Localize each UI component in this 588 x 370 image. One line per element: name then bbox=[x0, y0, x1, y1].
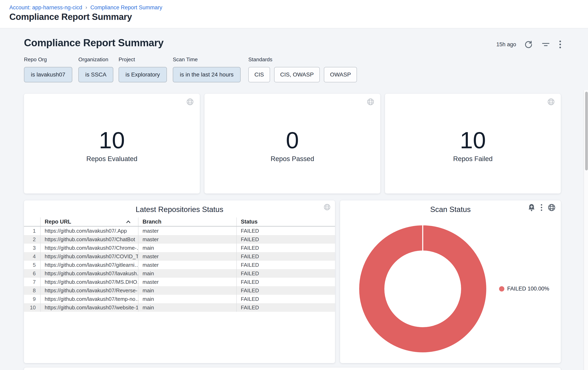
branch-cell: master bbox=[138, 252, 236, 261]
row-number: 7 bbox=[24, 278, 40, 286]
table-row: 5 https://github.com/lavakush07/gitlearn… bbox=[24, 261, 335, 269]
scan-card-toolbar bbox=[528, 204, 556, 211]
chart-legend[interactable]: FAILED 100.00% bbox=[499, 286, 549, 292]
scan-status-donut-chart[interactable] bbox=[359, 225, 486, 352]
status-cell: FAILED bbox=[236, 252, 335, 261]
globe-icon[interactable] bbox=[186, 98, 194, 105]
row-number: 10 bbox=[24, 303, 40, 312]
chip-organization[interactable]: is SSCA bbox=[78, 67, 113, 82]
row-number: 1 bbox=[24, 227, 40, 235]
filter-label-scan-time: Scan Time bbox=[173, 56, 198, 63]
stat-card-repos-failed: 10 Repos Failed bbox=[385, 94, 561, 193]
branch-cell: master bbox=[138, 278, 236, 286]
kebab-menu-icon[interactable] bbox=[559, 40, 562, 49]
filter-label-repo-org: Repo Org bbox=[24, 56, 47, 63]
breadcrumb-current-link[interactable]: Compliance Report Summary bbox=[90, 4, 162, 11]
row-number: 8 bbox=[24, 286, 40, 295]
branch-cell: main bbox=[138, 269, 236, 278]
branch-cell: master bbox=[138, 235, 236, 244]
chip-standard-owasp[interactable]: OWASP bbox=[324, 67, 357, 82]
last-refreshed-label: 15h ago bbox=[496, 41, 516, 48]
table-row: 2 https://github.com/lavakush07/ChatBot … bbox=[24, 235, 335, 244]
filter-label-project: Project bbox=[119, 56, 135, 63]
repo-url-cell: https://github.com/lavakush07/.App bbox=[40, 227, 138, 235]
branch-cell: main bbox=[138, 286, 236, 295]
status-cell: FAILED bbox=[236, 286, 335, 295]
next-card-partial bbox=[24, 368, 561, 370]
stat-card-repos-passed: 0 Repos Passed bbox=[204, 94, 380, 193]
branch-cell: main bbox=[138, 244, 236, 252]
repo-url-cell: https://github.com/lavakush07/gitlearni… bbox=[40, 261, 138, 269]
top-header-bar: Account: app-harness-ng-cicd › Complianc… bbox=[0, 0, 588, 28]
repo-url-cell: https://github.com/lavakush07/Reverse-… bbox=[40, 286, 138, 295]
table-row: 4 https://github.com/lavakush07/COVID_T…… bbox=[24, 252, 335, 261]
table-row: 1 https://github.com/lavakush07/.App mas… bbox=[24, 227, 335, 235]
branch-cell: master bbox=[138, 261, 236, 269]
table-row: 10 https://github.com/lavakush07/website… bbox=[24, 303, 335, 312]
column-header-branch[interactable]: Branch bbox=[138, 218, 236, 226]
sort-asc-icon bbox=[126, 220, 131, 223]
kebab-menu-icon[interactable] bbox=[540, 204, 543, 211]
globe-icon[interactable] bbox=[367, 98, 374, 105]
chip-project[interactable]: is Exploratory bbox=[119, 67, 167, 82]
dashboard-title: Compliance Report Summary bbox=[24, 37, 164, 49]
chip-scan-time[interactable]: is in the last 24 hours bbox=[173, 67, 241, 82]
legend-label-failed: FAILED 100.00% bbox=[507, 286, 549, 292]
filter-label-standards: Standards bbox=[248, 56, 273, 63]
dashboard-toolbar: 15h ago bbox=[496, 40, 562, 49]
page-title: Compliance Report Summary bbox=[9, 12, 132, 22]
status-cell: FAILED bbox=[236, 303, 335, 312]
chip-repo-org[interactable]: is lavakush07 bbox=[24, 67, 72, 82]
status-cell: FAILED bbox=[236, 278, 335, 286]
scan-status-card: Scan Status bbox=[340, 200, 561, 363]
globe-icon[interactable] bbox=[548, 204, 556, 211]
status-cell: FAILED bbox=[236, 295, 335, 303]
filter-chips: is SSCA bbox=[78, 67, 113, 82]
filter-chips: CIS CIS, OWASP OWASP bbox=[248, 67, 357, 82]
status-cell: FAILED bbox=[236, 269, 335, 278]
refresh-icon[interactable] bbox=[524, 40, 533, 49]
stat-card-repos-evaluated: 10 Repos Evaluated bbox=[24, 94, 200, 193]
stat-label: Repos Evaluated bbox=[24, 155, 200, 163]
repo-url-cell: https://github.com/lavakush07/lavakush… bbox=[40, 269, 138, 278]
row-number: 6 bbox=[24, 269, 40, 278]
column-header-repo-url[interactable]: Repo URL bbox=[40, 218, 138, 226]
breadcrumb-account-link[interactable]: Account: app-harness-ng-cicd bbox=[9, 4, 82, 11]
table-header-row: Repo URL Branch Status bbox=[24, 218, 335, 227]
latest-repositories-card: Latest Repositories Status Repo URL Bran… bbox=[24, 200, 335, 363]
legend-dot-failed bbox=[499, 286, 504, 291]
stat-value: 10 bbox=[385, 126, 561, 154]
row-number: 2 bbox=[24, 235, 40, 244]
row-number: 4 bbox=[24, 252, 40, 261]
chip-standard-cis[interactable]: CIS bbox=[248, 67, 270, 82]
branch-cell: master bbox=[138, 227, 236, 235]
alert-bell-icon[interactable] bbox=[528, 204, 535, 211]
stat-value: 10 bbox=[24, 126, 200, 154]
filter-chips: is lavakush07 bbox=[24, 67, 72, 82]
filter-label-organization: Organization bbox=[78, 56, 108, 63]
row-number: 9 bbox=[24, 295, 40, 303]
column-header-status[interactable]: Status bbox=[236, 218, 335, 226]
breadcrumb-chevron-icon: › bbox=[85, 4, 87, 10]
repo-url-cell: https://github.com/lavakush07/website-1 bbox=[40, 303, 138, 312]
globe-icon[interactable] bbox=[547, 98, 555, 105]
scrollbar-thumb[interactable] bbox=[585, 92, 588, 170]
stat-value: 0 bbox=[204, 126, 380, 154]
status-cell: FAILED bbox=[236, 227, 335, 235]
chip-standard-cis-owasp[interactable]: CIS, OWASP bbox=[274, 67, 320, 82]
table-row: 8 https://github.com/lavakush07/Reverse-… bbox=[24, 286, 335, 295]
branch-cell: main bbox=[138, 303, 236, 312]
repo-url-cell: https://github.com/lavakush07/ChatBot bbox=[40, 235, 138, 244]
table-row: 6 https://github.com/lavakush07/lavakush… bbox=[24, 269, 335, 278]
repo-url-cell: https://github.com/lavakush07/COVID_T… bbox=[40, 252, 138, 261]
breadcrumb: Account: app-harness-ng-cicd › Complianc… bbox=[9, 4, 162, 11]
filter-icon[interactable] bbox=[541, 40, 551, 49]
branch-cell: main bbox=[138, 295, 236, 303]
repo-table: Repo URL Branch Status 1 https://github.… bbox=[24, 218, 335, 312]
status-cell: FAILED bbox=[236, 244, 335, 252]
stat-label: Repos Failed bbox=[385, 155, 561, 163]
filter-chips: is Exploratory bbox=[119, 67, 167, 82]
globe-icon[interactable] bbox=[324, 204, 331, 210]
table-row: 9 https://github.com/lavakush07/temp-no…… bbox=[24, 295, 335, 303]
row-number-header bbox=[24, 218, 40, 226]
